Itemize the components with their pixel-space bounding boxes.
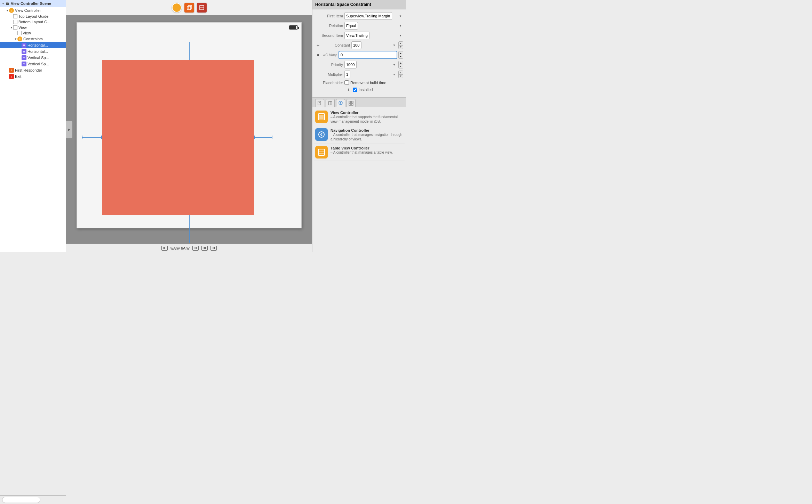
installed-checkbox[interactable] xyxy=(353,88,357,92)
tab-objects[interactable] xyxy=(326,99,335,107)
object-library-tabs xyxy=(312,98,406,107)
svg-rect-16 xyxy=(319,115,324,119)
second-item-select[interactable]: View.Trailing xyxy=(344,32,369,39)
toolbar-circle-icon[interactable] xyxy=(172,3,182,13)
constant-add-button[interactable]: + xyxy=(315,42,321,48)
constant-stepper-down[interactable]: ▼ xyxy=(399,46,403,49)
nav-object-desc: – A controller that manages navigation t… xyxy=(331,132,403,141)
tvc-object-text: Table View Controller – A controller tha… xyxy=(331,146,403,155)
sidebar-item-horizontal2[interactable]: H Horizontal... xyxy=(0,48,66,55)
list-item[interactable]: View Controller – A controller that supp… xyxy=(314,108,405,126)
scene-disclosure[interactable] xyxy=(1,2,5,5)
multiplier-stepper-up[interactable]: ▲ xyxy=(399,71,403,75)
canvas-content: ▶ xyxy=(66,15,312,244)
scene-label: View Controller Scene xyxy=(11,1,51,6)
tab-selected[interactable] xyxy=(336,99,345,107)
constant-select[interactable]: 100 xyxy=(351,41,361,49)
vc-disclosure[interactable] xyxy=(6,9,9,12)
fr-label: First Responder xyxy=(15,68,42,72)
vc-object-name: View Controller xyxy=(331,111,403,115)
top-layout-icon xyxy=(13,14,17,18)
canvas-toolbar xyxy=(66,0,312,15)
wchany-stepper[interactable]: ▲ ▼ xyxy=(398,51,403,59)
align-icon[interactable]: ⊠ xyxy=(201,246,208,251)
placeholder-checkbox-label: Remove at build time xyxy=(350,81,386,85)
svg-point-10 xyxy=(340,102,341,104)
bottom-layout-icon xyxy=(13,20,17,24)
wchany-stepper-down[interactable]: ▼ xyxy=(399,55,403,59)
sidebar-item-vertical2[interactable]: V Vertical Sp... xyxy=(0,61,66,67)
constraints-disclosure[interactable] xyxy=(14,37,17,41)
priority-select[interactable]: 1000 xyxy=(344,61,357,68)
view-child-label: View xyxy=(23,31,31,35)
constant-stepper[interactable]: ▲ ▼ xyxy=(398,41,403,49)
sidebar-item-view-controller[interactable]: V View Controller xyxy=(0,7,66,14)
pin-icon[interactable]: ⊟ xyxy=(192,246,199,251)
tvc-object-desc: – A controller that manages a table view… xyxy=(331,150,403,155)
scene-icon: 🎬 xyxy=(5,1,10,6)
constant-select-wrapper: 100 xyxy=(351,41,397,49)
toolbar-square-icon[interactable] xyxy=(197,3,207,13)
fr-icon: F xyxy=(9,68,14,73)
sidebar-item-vertical1[interactable]: V Vertical Sp... xyxy=(0,55,66,61)
first-item-select[interactable]: Superview.Trailing Margin xyxy=(344,12,392,20)
constant-row: + Constant 100 ▲ ▼ xyxy=(315,41,403,49)
layout-icon[interactable]: ⊞ xyxy=(161,246,168,251)
top-layout-label: Top Layout Guide xyxy=(18,14,48,18)
svg-rect-11 xyxy=(349,101,351,103)
wchany-delete-button[interactable]: × xyxy=(315,52,321,58)
priority-stepper-down[interactable]: ▼ xyxy=(399,65,403,68)
relation-select[interactable]: Equal xyxy=(344,22,358,30)
view-child-icon xyxy=(17,31,22,35)
sidebar-item-horizontal1[interactable]: H Horizontal... xyxy=(0,42,66,48)
sidebar-item-bottom-layout[interactable]: Bottom Layout G... xyxy=(0,19,66,25)
sidebar-item-first-responder[interactable]: F First Responder xyxy=(0,67,66,73)
installed-add-button[interactable]: + xyxy=(346,87,351,92)
list-item[interactable]: Table View Controller – A controller tha… xyxy=(314,144,405,161)
top-constraint-line xyxy=(189,42,190,63)
resolve-icon[interactable]: ⊡ xyxy=(210,246,217,251)
svg-rect-12 xyxy=(351,101,353,103)
sidebar-item-constraints[interactable]: C Constraints xyxy=(0,36,66,42)
inspector-title: Horizontal Space Constraint xyxy=(315,2,371,7)
tab-media[interactable] xyxy=(347,99,356,107)
sidebar-item-view-parent[interactable]: View xyxy=(0,25,66,30)
installed-label: Installed xyxy=(359,88,373,92)
nav-object-text: Navigation Controller – A controller tha… xyxy=(331,128,403,141)
scene-tree-panel: 🎬 View Controller Scene V View Controlle… xyxy=(0,0,66,252)
tab-file[interactable] xyxy=(315,99,324,107)
multiplier-stepper[interactable]: ▲ ▼ xyxy=(398,71,403,78)
svg-rect-18 xyxy=(318,149,325,155)
svg-point-17 xyxy=(319,132,324,137)
vc-object-icon xyxy=(315,111,328,123)
object-library: View Controller – A controller that supp… xyxy=(312,98,406,252)
sidebar-item-top-layout[interactable]: Top Layout Guide xyxy=(0,14,66,19)
ib-canvas xyxy=(77,22,302,228)
wchany-input[interactable] xyxy=(339,51,397,59)
battery-icon xyxy=(289,25,298,30)
vc-object-desc: – A controller that supports the fundame… xyxy=(331,115,403,124)
toolbar-cube-icon[interactable] xyxy=(184,3,194,13)
view-parent-disclosure[interactable] xyxy=(10,26,13,29)
multiplier-select[interactable]: 1 xyxy=(344,71,350,78)
v2-icon: V xyxy=(22,62,26,66)
list-item[interactable]: Navigation Controller – A controller tha… xyxy=(314,126,405,144)
multiplier-row: Multiplier 1 ▲ ▼ xyxy=(315,71,403,78)
priority-stepper[interactable]: ▲ ▼ xyxy=(398,61,403,68)
sidebar-item-exit[interactable]: E Exit xyxy=(0,73,66,80)
sidebar-item-view-child[interactable]: View xyxy=(0,30,66,36)
priority-stepper-up[interactable]: ▲ xyxy=(399,61,403,65)
scene-header[interactable]: 🎬 View Controller Scene xyxy=(0,0,66,7)
multiplier-label: Multiplier xyxy=(315,72,343,76)
multiplier-stepper-down[interactable]: ▼ xyxy=(399,75,403,78)
second-item-select-wrapper: View.Trailing xyxy=(344,32,403,39)
h2-label: Horizontal... xyxy=(27,49,48,54)
collapse-handle[interactable]: ▶ xyxy=(66,121,72,138)
h-constraint-right xyxy=(254,137,272,138)
right-panel: Horizontal Space Constraint First Item S… xyxy=(312,0,406,252)
vc-object-text: View Controller – A controller that supp… xyxy=(331,111,403,124)
placeholder-checkbox[interactable] xyxy=(344,80,349,85)
wchany-stepper-up[interactable]: ▲ xyxy=(399,51,403,55)
constant-stepper-up[interactable]: ▲ xyxy=(399,42,403,46)
red-view[interactable] xyxy=(102,60,254,215)
